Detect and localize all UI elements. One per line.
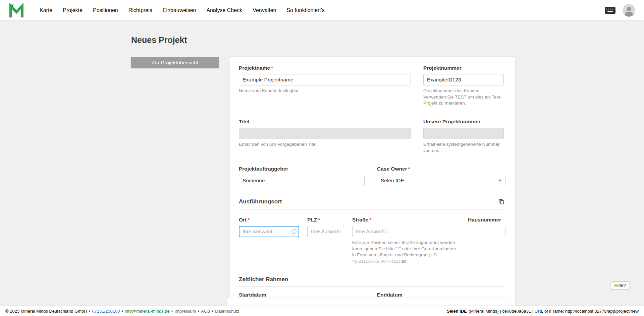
nav-item-karte[interactable]: Karte <box>40 7 52 13</box>
required-marker: * <box>318 217 320 223</box>
keyboard-icon[interactable] <box>604 7 616 14</box>
footer-datenschutz-link[interactable]: Datenschutz <box>215 309 239 314</box>
footer-right: Selen IDE (Mineral Minds) | ce08de0a6a31… <box>447 309 639 314</box>
enddatum-label: Enddatum <box>377 292 505 298</box>
startdatum-label: Startdatum <box>239 292 365 298</box>
projektname-helper: Name vom Kunden festlegbar <box>239 88 411 94</box>
section-zeitlicher-rahmen: Zeitlicher Rahmen <box>239 276 505 287</box>
project-form-card: Projektname* Name vom Kunden festlegbar … <box>229 57 515 316</box>
footer-agb-link[interactable]: AGB <box>201 309 210 314</box>
back-to-project-overview-button[interactable]: Zur Projektübersicht <box>131 57 219 68</box>
footer-session-info: (Mineral Minds) | ce08de0a6a31 | URL of … <box>469 309 639 314</box>
required-marker: * <box>408 166 410 172</box>
avatar[interactable] <box>623 4 635 17</box>
mineral-minds-logo[interactable] <box>9 3 24 17</box>
projektauftraggeber-label: Projektauftraggeber <box>239 166 365 172</box>
help-badge[interactable]: Hilfe? <box>611 281 629 289</box>
nav-item-analyse-check[interactable]: Analyse Check <box>206 7 242 13</box>
required-marker: * <box>369 217 371 223</box>
hausnummer-input[interactable] <box>468 226 505 237</box>
case-owner-select[interactable]: Selen IDE <box>377 175 505 186</box>
case-owner-value: Selen IDE <box>381 178 404 184</box>
copy-icon[interactable] <box>497 198 505 206</box>
nav-item-verwalten[interactable]: Verwalten <box>253 7 276 13</box>
zeitlicher-rahmen-title: Zeitlicher Rahmen <box>239 276 288 283</box>
titel-label: Titel <box>239 119 411 125</box>
unsere-projektnummer-helper: Erhält eine systemgenerierte Nummer von … <box>423 141 504 154</box>
projektnummer-helper: Projektnummer des Kunden. Verwenden Sie … <box>423 88 504 107</box>
footer-phone-link[interactable]: 07151/250100 <box>92 309 120 314</box>
nav-item-einbauweisen[interactable]: Einbauweisen <box>163 7 196 13</box>
nav-item-so-funktionierts[interactable]: So funktioniert's <box>286 7 324 13</box>
titel-helper: Erhält den von uns vorgegebenen Titel. <box>239 141 411 148</box>
section-ausfuehrungsort: Ausführungsort <box>239 198 505 209</box>
projektauftraggeber-input[interactable] <box>239 175 365 186</box>
footer-left: © 2025 Mineral Minds Deutschland GmbH • … <box>5 309 239 314</box>
ort-label: Ort* <box>239 217 299 223</box>
main-content: Neues Projekt Zur Projektübersicht Proje… <box>131 20 513 316</box>
unsere-projektnummer-label: Unsere Projektnummer <box>423 119 504 125</box>
plz-input[interactable] <box>307 226 344 237</box>
nav-item-projekte[interactable]: Projekte <box>63 7 83 13</box>
chevron-down-icon <box>498 180 502 182</box>
hausnummer-label: Hausnummer <box>468 217 505 223</box>
ausfuehrungsort-title: Ausführungsort <box>239 198 282 205</box>
nav-right <box>604 4 635 17</box>
nav-items: Karte Projekte Positionen Richtpreis Ein… <box>40 7 325 13</box>
nav-item-richtpreis[interactable]: Richtpreis <box>128 7 152 13</box>
projektnummer-input[interactable] <box>423 74 504 85</box>
projektname-label: Projektname* <box>239 65 411 71</box>
strasse-label: Straße* <box>352 217 458 223</box>
projektnummer-label: Projektnummer <box>423 65 504 71</box>
projektname-input[interactable] <box>239 74 411 85</box>
ort-input[interactable] <box>239 226 299 237</box>
footer-copyright: © 2025 Mineral Minds Deutschland GmbH <box>5 309 87 314</box>
page-title: Neues Projekt <box>131 35 513 45</box>
case-owner-label: Case Owner* <box>377 166 505 172</box>
footer-user: Selen IDE <box>447 309 467 314</box>
nav-item-positionen[interactable]: Positionen <box>93 7 118 13</box>
footer-email-link[interactable]: info@mineral-minds.de <box>125 309 170 314</box>
footer: © 2025 Mineral Minds Deutschland GmbH • … <box>0 306 644 316</box>
next-card-peek <box>227 298 511 307</box>
plz-label: PLZ* <box>307 217 344 223</box>
strasse-input[interactable] <box>352 226 458 237</box>
title-divider <box>131 50 513 50</box>
strasse-helper: Falls die Position keiner Straße zugeord… <box>352 240 458 265</box>
required-marker: * <box>248 217 250 223</box>
unsere-projektnummer-input <box>423 128 504 139</box>
titel-input <box>239 128 411 139</box>
top-nav: Karte Projekte Positionen Richtpreis Ein… <box>0 0 644 20</box>
required-marker: * <box>271 65 273 71</box>
footer-impressum-link[interactable]: Impressum <box>174 309 196 314</box>
